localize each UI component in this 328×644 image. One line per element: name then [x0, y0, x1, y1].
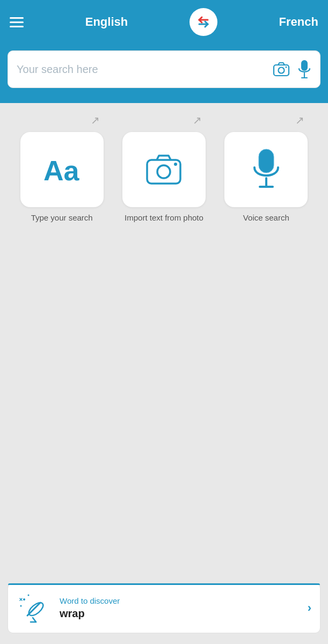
voice-search-button[interactable]	[297, 60, 311, 79]
header-section: English French Your search here	[0, 0, 328, 103]
word-discover-text: Word to discover wrap	[60, 596, 308, 620]
import-photo-arrow: ↗	[193, 114, 202, 127]
import-photo-card[interactable]	[122, 132, 206, 207]
voice-search-label: Voice search	[243, 213, 289, 223]
word-discover-word: wrap	[60, 608, 308, 620]
text-icon: Aa	[40, 153, 83, 186]
svg-point-19	[20, 605, 22, 607]
camera-search-button[interactable]	[273, 62, 290, 77]
target-language[interactable]: French	[279, 15, 318, 29]
svg-point-2	[286, 67, 287, 68]
svg-point-18	[23, 598, 25, 601]
camera-icon-header	[273, 62, 290, 77]
search-input[interactable]: Your search here	[17, 63, 273, 76]
svg-point-9	[174, 163, 177, 166]
import-photo-label: Import text from photo	[125, 213, 203, 223]
voice-search-arrow: ↗	[295, 114, 304, 127]
type-search-arrow: ↗	[91, 114, 100, 127]
type-search-label: Type your search	[31, 213, 93, 223]
svg-rect-3	[301, 60, 308, 71]
search-action-icons	[273, 60, 311, 79]
voice-search-option[interactable]: ↗ Voice search	[221, 114, 312, 223]
microphone-icon-header	[297, 60, 311, 79]
microphone-icon-option	[251, 148, 281, 191]
swap-icon	[194, 12, 213, 32]
type-search-card[interactable]: Aa	[20, 132, 104, 207]
options-row: ↗ Aa Type your search ↗ Import text from…	[11, 114, 317, 223]
import-photo-option[interactable]: ↗ Import text from photo	[118, 114, 209, 223]
svg-point-14	[27, 601, 46, 618]
svg-point-20	[28, 595, 30, 596]
svg-point-8	[157, 165, 170, 178]
svg-rect-10	[259, 149, 274, 173]
voice-search-card[interactable]	[224, 132, 308, 207]
search-bar[interactable]: Your search here	[8, 50, 320, 88]
svg-text:Aa: Aa	[43, 155, 80, 186]
main-content: ↗ Aa Type your search ↗ Import text from…	[0, 103, 328, 223]
type-search-option[interactable]: ↗ Aa Type your search	[16, 114, 107, 223]
camera-icon-option	[145, 152, 183, 187]
menu-button[interactable]	[10, 17, 24, 27]
word-discover-title: Word to discover	[60, 596, 308, 605]
word-discover-card[interactable]: Word to discover wrap ›	[8, 583, 320, 633]
search-placeholder: Your search here	[17, 63, 98, 75]
swap-languages-button[interactable]	[189, 8, 217, 36]
source-language[interactable]: English	[85, 15, 128, 29]
header: English French	[0, 0, 328, 44]
svg-point-1	[279, 68, 285, 74]
word-discover-icon	[17, 591, 51, 625]
word-discover-chevron: ›	[308, 601, 311, 615]
